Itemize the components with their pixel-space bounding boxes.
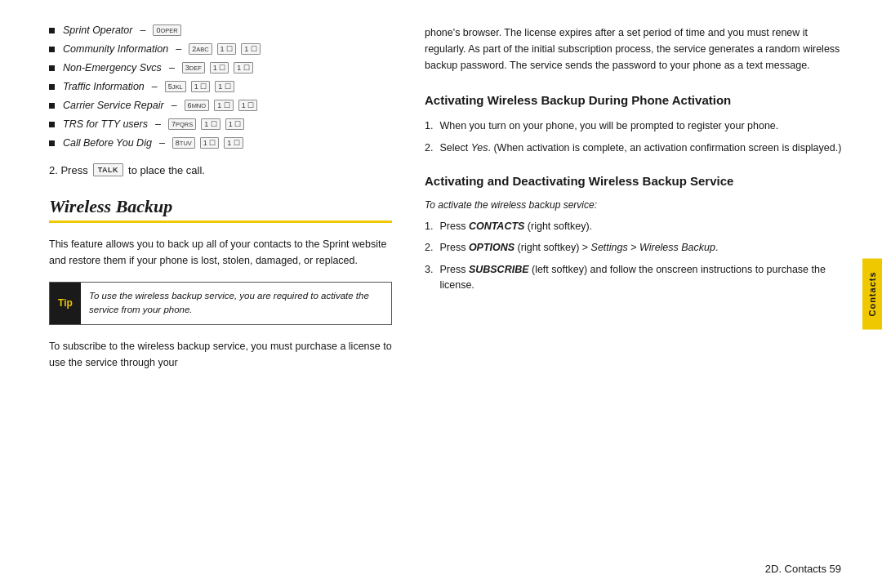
list-item: Community Information – 2ABC 1 ☐ 1 ☐ — [49, 43, 392, 55]
item-label: Call Before You Dig — [63, 137, 152, 149]
activate-steps-list: 1. Press CONTACTS (right softkey). 2. Pr… — [425, 219, 849, 293]
bullet-icon — [49, 28, 55, 33]
key-box: 1 ☐ — [201, 118, 220, 130]
right-column: phone's browser. The license expires aft… — [425, 24, 849, 572]
intro-text: phone's browser. The license expires aft… — [425, 24, 849, 74]
bullet-icon — [49, 65, 55, 71]
list-item: Non-Emergency Svcs – 3DEF 1 ☐ 1 ☐ — [49, 62, 392, 74]
key-box: 3DEF — [182, 62, 205, 74]
list-item: Carrier Service Repair – 6MNO 1 ☐ 1 ☐ — [49, 100, 392, 111]
bullet-list: Sprint Operator – 0 OPER Community Infor… — [49, 24, 392, 149]
tip-label: Tip — [50, 283, 81, 324]
key-box: 1 ☐ — [214, 100, 234, 111]
key-box: 2ABC — [189, 43, 212, 55]
key-box: 1 ☐ — [191, 81, 211, 92]
key-box: 1 ☐ — [225, 118, 245, 130]
item-text: Select Yes. (When activation is complete… — [439, 140, 841, 156]
list-item: Traffic Information – 5JKL 1 ☐ 1 ☐ — [49, 81, 392, 92]
numbered-item: 1. Press CONTACTS (right softkey). — [425, 219, 849, 234]
key-box: 1 ☐ — [215, 81, 234, 92]
item-label: TRS for TTY users — [63, 118, 148, 130]
item-text: Press OPTIONS (right softkey) > Settings… — [439, 240, 718, 256]
key-box: 6MNO — [185, 100, 210, 111]
key-box: 7PQRS — [168, 118, 196, 130]
to-activate-text: To activate the wireless backup service: — [425, 199, 849, 211]
bullet-icon — [49, 140, 55, 146]
item-text: When you turn on your phone, you will be… — [439, 118, 778, 134]
talk-key: TALK — [93, 163, 123, 176]
item-label: Non-Emergency Svcs — [63, 62, 162, 74]
section-title: Wireless Backup — [49, 196, 392, 217]
list-item: Sprint Operator – 0 OPER — [49, 24, 392, 36]
key-box: 1 ☐ — [210, 62, 229, 74]
item-number: 1. — [425, 219, 433, 234]
press-suffix: to place the call. — [128, 164, 205, 176]
item-label: Carrier Service Repair — [63, 100, 164, 111]
section-body: This feature allows you to back up all o… — [49, 236, 392, 269]
key-box: 1 ☐ — [217, 43, 237, 55]
numbered-item: 3. Press SUBSCRIBE (left softkey) and fo… — [425, 262, 849, 293]
key-box: 1 ☐ — [200, 137, 220, 149]
list-item: TRS for TTY users – 7PQRS 1 ☐ 1 ☐ — [49, 118, 392, 130]
subsection-title-2: Activating and Deactivating Wireless Bac… — [425, 172, 849, 189]
key-box: 5JKL — [165, 81, 186, 92]
item-label: Community Information — [63, 43, 168, 55]
item-number: 2. — [425, 140, 433, 156]
bullet-icon — [49, 103, 55, 109]
subsection-title-1: Activating Wireless Backup During Phone … — [425, 91, 849, 109]
tip-text: To use the wireless backup service, you … — [81, 283, 391, 324]
item-label: Traffic Information — [63, 81, 145, 92]
page-footer: 2D. Contacts 59 — [765, 563, 841, 575]
key-box: 8TUV — [172, 137, 195, 149]
contacts-tab: Contacts — [862, 258, 882, 329]
section-divider — [49, 220, 392, 223]
item-number: 1. — [425, 118, 433, 134]
key-box: 1 ☐ — [224, 137, 243, 149]
activation-steps-list: 1. When you turn on your phone, you will… — [425, 118, 849, 156]
item-text: Press SUBSCRIBE (left softkey) and follo… — [439, 262, 849, 293]
list-item: Call Before You Dig – 8TUV 1 ☐ 1 ☐ — [49, 137, 392, 149]
bullet-icon — [49, 84, 55, 90]
numbered-item: 2. Press OPTIONS (right softkey) > Setti… — [425, 240, 849, 256]
item-number: 2. — [425, 240, 433, 256]
key-box: 1 ☐ — [234, 62, 253, 74]
key-box: 1 ☐ — [241, 43, 261, 55]
numbered-item: 2. Select Yes. (When activation is compl… — [425, 140, 849, 156]
press-label: 2. Press — [49, 164, 88, 176]
bullet-icon — [49, 47, 55, 52]
item-number: 3. — [425, 262, 433, 293]
item-label: Sprint Operator — [63, 24, 132, 36]
key-box: 0 OPER — [153, 24, 180, 36]
press-talk-row: 2. Press TALK to place the call. — [49, 163, 392, 176]
key-box: 1 ☐ — [238, 100, 258, 111]
left-column: Sprint Operator – 0 OPER Community Infor… — [49, 24, 392, 572]
tip-box: Tip To use the wireless backup service, … — [49, 282, 392, 325]
numbered-item: 1. When you turn on your phone, you will… — [425, 118, 849, 134]
subscribe-text: To subscribe to the wireless backup serv… — [49, 338, 392, 371]
item-text: Press CONTACTS (right softkey). — [439, 219, 592, 234]
bullet-icon — [49, 122, 55, 127]
